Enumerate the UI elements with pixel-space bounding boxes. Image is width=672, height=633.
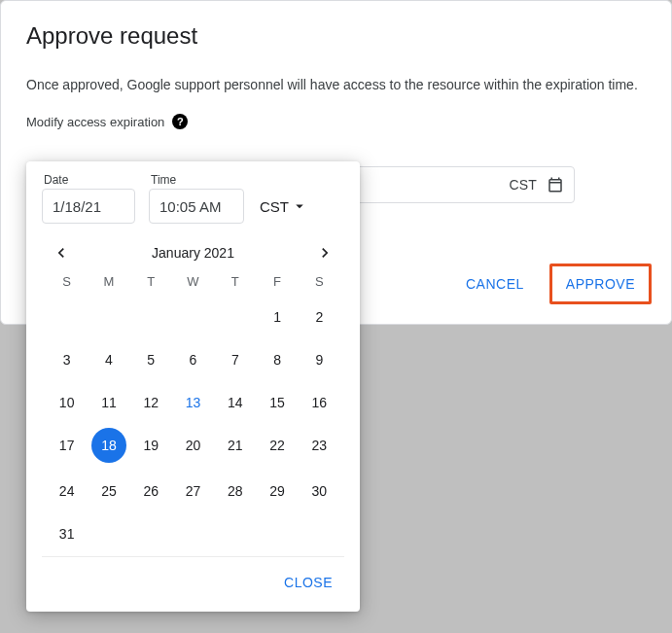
- modify-access-label: Modify access expiration: [26, 115, 164, 129]
- calendar-day[interactable]: 11: [91, 388, 126, 417]
- calendar-day[interactable]: 27: [175, 476, 210, 506]
- calendar-day[interactable]: 15: [260, 388, 295, 417]
- time-input[interactable]: [149, 189, 244, 224]
- chevron-down-icon: [291, 197, 308, 215]
- calendar-day[interactable]: 18: [91, 428, 126, 463]
- date-field: Date: [42, 173, 135, 224]
- date-field-label: Date: [42, 173, 135, 187]
- calendar-day[interactable]: 19: [133, 431, 168, 460]
- date-picker-popover: Date Time CST January 2021 SMTWTFS123456…: [26, 161, 360, 612]
- day-of-week-header: M: [88, 274, 129, 289]
- calendar-day-empty: [175, 519, 210, 548]
- date-input[interactable]: [42, 189, 135, 224]
- calendar-day[interactable]: 13: [175, 388, 210, 417]
- calendar-day-empty: [133, 519, 168, 548]
- approve-highlight: APPROVE: [549, 264, 652, 304]
- calendar-day[interactable]: 25: [91, 476, 126, 506]
- help-icon[interactable]: ?: [172, 114, 188, 129]
- calendar-day[interactable]: 23: [301, 431, 336, 460]
- calendar-day[interactable]: 2: [301, 302, 336, 332]
- calendar-day[interactable]: 28: [218, 476, 253, 506]
- calendar-day-empty: [175, 302, 210, 332]
- calendar-day[interactable]: 3: [50, 345, 85, 374]
- timezone-label: CST: [509, 177, 537, 193]
- calendar-grid: SMTWTFS123456789101112131415161718192021…: [42, 274, 344, 556]
- calendar-day[interactable]: 22: [260, 431, 295, 460]
- calendar-day[interactable]: 17: [50, 431, 85, 460]
- calendar-day-empty: [218, 302, 253, 332]
- calendar-day[interactable]: 31: [50, 519, 85, 548]
- calendar-day[interactable]: 29: [260, 476, 295, 506]
- calendar-day-empty: [50, 302, 85, 332]
- month-nav-row: January 2021: [50, 241, 336, 264]
- dialog-description: Once approved, Google support personnel …: [26, 77, 646, 92]
- calendar-day[interactable]: 4: [91, 345, 126, 374]
- calendar-day[interactable]: 5: [133, 345, 168, 374]
- approve-button[interactable]: APPROVE: [554, 268, 647, 299]
- calendar-day[interactable]: 8: [260, 345, 295, 374]
- month-label: January 2021: [152, 245, 234, 261]
- timezone-select-label: CST: [260, 198, 289, 215]
- calendar-day[interactable]: 30: [301, 476, 336, 506]
- calendar-day-empty: [301, 519, 336, 548]
- calendar-day[interactable]: 12: [133, 388, 168, 417]
- time-field: Time: [149, 173, 244, 224]
- calendar-day[interactable]: 16: [301, 388, 336, 417]
- day-of-week-header: S: [46, 274, 88, 289]
- calendar-day-empty: [133, 302, 168, 332]
- calendar-day[interactable]: 21: [218, 431, 253, 460]
- calendar-day-empty: [260, 519, 295, 548]
- cancel-button[interactable]: CANCEL: [454, 268, 536, 299]
- calendar-day[interactable]: 20: [175, 431, 210, 460]
- calendar-day[interactable]: 24: [50, 476, 85, 506]
- picker-actions: CLOSE: [42, 556, 344, 604]
- day-of-week-header: T: [214, 274, 256, 289]
- picker-inputs-row: Date Time CST: [42, 173, 344, 224]
- calendar-day[interactable]: 9: [301, 345, 336, 374]
- dialog-actions: CANCEL APPROVE: [454, 264, 652, 304]
- calendar-day-empty: [91, 519, 126, 548]
- day-of-week-header: W: [172, 274, 214, 289]
- close-button[interactable]: CLOSE: [272, 567, 344, 598]
- timezone-select[interactable]: CST: [260, 189, 308, 224]
- calendar-day-empty: [218, 519, 253, 548]
- calendar-day[interactable]: 7: [218, 345, 253, 374]
- calendar-day[interactable]: 14: [218, 388, 253, 417]
- calendar-icon[interactable]: [547, 176, 564, 193]
- modify-access-row: Modify access expiration ?: [26, 114, 646, 129]
- calendar-day[interactable]: 10: [50, 388, 85, 417]
- next-month-button[interactable]: [313, 241, 336, 264]
- day-of-week-header: F: [256, 274, 298, 289]
- calendar-day[interactable]: 1: [260, 302, 295, 332]
- dialog-title: Approve request: [26, 22, 646, 50]
- prev-month-button[interactable]: [50, 241, 73, 264]
- time-field-label: Time: [149, 173, 244, 187]
- calendar-day[interactable]: 26: [133, 476, 168, 506]
- day-of-week-header: S: [299, 274, 340, 289]
- day-of-week-header: T: [130, 274, 172, 289]
- calendar-day[interactable]: 6: [175, 345, 210, 374]
- calendar-day-empty: [91, 302, 126, 332]
